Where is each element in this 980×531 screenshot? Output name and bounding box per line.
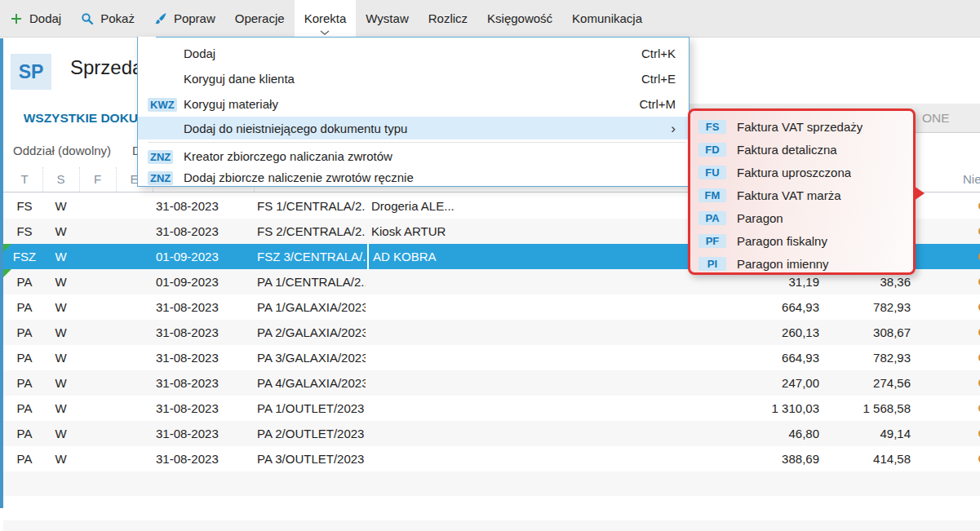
cell-numer: PA 3/GALAXIA/2023 xyxy=(257,345,366,370)
menu-item-label: Koryguj materiały xyxy=(184,97,639,111)
cell-brutto: 414,58 xyxy=(821,446,911,471)
cell-kontrahent: Drogeria ALE... xyxy=(367,193,641,219)
submenu-item-label: Paragon imienny xyxy=(737,257,829,271)
submenu-item-label: Paragon xyxy=(737,211,783,225)
table-row[interactable]: PAW31-08-2023PA 3/OUTLET/2023388,69414,5… xyxy=(3,446,980,471)
column-header-s[interactable]: S xyxy=(42,167,80,192)
cell-s: W xyxy=(42,219,79,244)
table-row[interactable]: PAW31-08-2023PA 2/GALAXIA/2023260,13308,… xyxy=(3,320,980,345)
document-type-badge: FD xyxy=(698,143,726,157)
document-type-badge: KWZ xyxy=(148,98,177,112)
table-row[interactable]: PAW31-08-2023PA 2/OUTLET/202346,8049,14 xyxy=(3,421,980,446)
cell-brutto: 274,56 xyxy=(821,370,911,396)
menu-item-shortcut: Ctrl+E xyxy=(641,72,676,86)
cell-t: FS xyxy=(7,193,42,219)
cell-brutto: 782,93 xyxy=(821,294,911,320)
cell-t: PA xyxy=(7,396,42,421)
document-type-badge: PA xyxy=(698,211,726,225)
submenu-item-paragon-fiskalny[interactable]: PFParagon fiskalny xyxy=(690,229,913,252)
menubar-item-operacje[interactable]: Operacje xyxy=(225,0,295,37)
empty-row-stripe xyxy=(3,471,980,496)
menu-item-gutter: KWZ xyxy=(148,97,184,111)
submenu-item-label: Faktura VAT sprzedaży xyxy=(737,120,862,134)
menu-item-dodaj[interactable]: DodajCtrl+K xyxy=(138,41,689,66)
filter-oddzial[interactable]: Oddział (dowolny) xyxy=(13,144,111,157)
menu-item-label: Koryguj dane klienta xyxy=(184,72,641,86)
column-header-t[interactable]: T xyxy=(7,167,43,192)
cell-s: W xyxy=(42,244,79,269)
submenu-item-faktura-detaliczna[interactable]: FDFaktura detaliczna xyxy=(690,138,913,161)
cell-numer: PA 1/CENTRALA/2... xyxy=(257,269,366,294)
empty-row-stripe xyxy=(3,520,980,531)
submenu-item-paragon-imienny[interactable]: PIParagon imienny xyxy=(690,252,913,275)
cell-netto: 388,69 xyxy=(697,446,819,471)
menubar-item-dodaj[interactable]: Dodaj xyxy=(0,0,71,37)
cell-netto: 664,93 xyxy=(697,294,819,320)
cell-brutto: 782,93 xyxy=(821,345,911,370)
cell-brutto: 308,67 xyxy=(821,320,911,345)
column-header-nie-partial[interactable]: Nie xyxy=(963,167,980,192)
cell-date: 31-08-2023 xyxy=(156,219,254,244)
app-window: DodajPokażPoprawOperacjeKorektaWystawRoz… xyxy=(0,0,980,531)
menubar-item-popraw[interactable]: Popraw xyxy=(144,0,225,37)
cell-netto: 664,93 xyxy=(697,345,819,370)
menu-item-koryguj-materia-y[interactable]: KWZKoryguj materiałyCtrl+M xyxy=(138,91,689,117)
cell-date: 31-08-2023 xyxy=(156,294,254,320)
search-icon xyxy=(81,12,94,25)
cell-numer: PA 3/OUTLET/2023 xyxy=(257,446,366,471)
cell-date: 31-08-2023 xyxy=(156,193,254,219)
menubar-item-rozlicz[interactable]: Rozlicz xyxy=(419,0,477,37)
module-badge: SP xyxy=(11,54,51,90)
menu-seam xyxy=(138,37,156,38)
table-row[interactable]: PAW31-08-2023PA 1/OUTLET/20231 310,031 5… xyxy=(3,396,980,421)
submenu-item-label: Faktura VAT marża xyxy=(737,188,841,202)
cell-kontrahent: AD KOBRA xyxy=(367,244,636,269)
cell-netto: 1 310,03 xyxy=(697,396,819,421)
cell-netto: 260,13 xyxy=(697,320,819,345)
menubar-item-wystaw[interactable]: Wystaw xyxy=(356,0,418,37)
submenu-item-label: Faktura uproszczona xyxy=(737,166,851,179)
menu-item-label: Dodaj zbiorcze naliczenie zwrotów ręczni… xyxy=(184,170,676,184)
submenu-item-paragon[interactable]: PAParagon xyxy=(690,206,913,229)
menubar-item-komunikacja[interactable]: Komunikacja xyxy=(562,0,652,37)
menubar-item-korekta[interactable]: Korekta xyxy=(295,0,357,37)
menubar-item-label: Operacje xyxy=(235,11,285,25)
cell-netto: 46,80 xyxy=(697,421,819,446)
submenu-item-faktura-vat-sprzeda-y[interactable]: FSFaktura VAT sprzedaży xyxy=(690,115,913,138)
menubar-item-ksi-gowo[interactable]: Księgowość xyxy=(477,0,562,37)
cell-numer: FSZ 3/CENTRALA/... xyxy=(257,244,366,269)
menu-item-gutter: ZNZ xyxy=(148,149,184,163)
chevron-down-icon xyxy=(320,30,330,35)
menubar-item-label: Wystaw xyxy=(366,11,408,25)
document-type-badge: ZNZ xyxy=(148,171,173,185)
submenu-item-faktura-vat-mar-a[interactable]: FMFaktura VAT marża xyxy=(690,184,913,206)
tab-fragment-right[interactable]: ONE xyxy=(922,104,950,132)
column-header-f[interactable]: F xyxy=(79,167,117,192)
cell-numer: PA 1/GALAXIA/2023 xyxy=(257,294,366,320)
cell-s: W xyxy=(42,320,79,345)
menu-item-koryguj-dane-klienta[interactable]: Koryguj dane klientaCtrl+E xyxy=(138,66,689,91)
menubar-item-label: Księgowość xyxy=(487,11,552,25)
cell-t: FSZ xyxy=(7,244,42,269)
plus-icon xyxy=(10,12,23,25)
menu-item-dodaj-do-nieistniej-cego-dokumentu-typu[interactable]: Dodaj do nieistniejącego dokumentu typu› xyxy=(138,117,689,139)
cell-date: 01-09-2023 xyxy=(156,244,254,269)
document-type-submenu: FSFaktura VAT sprzedażyFDFaktura detalic… xyxy=(688,108,916,275)
menu-item-kreator-zbiorczego-naliczania-zwrot-w[interactable]: ZNZKreator zbiorczego naliczania zwrotów xyxy=(138,145,689,166)
menubar-item-poka[interactable]: Pokaż xyxy=(71,0,144,37)
menu-separator xyxy=(148,142,685,143)
cell-s: W xyxy=(42,345,79,370)
submenu-item-faktura-uproszczona[interactable]: FUFaktura uproszczona xyxy=(690,161,913,184)
cell-numer: FS 2/CENTRALA/2... xyxy=(257,219,366,244)
cell-numer: FS 1/CENTRALA/2... xyxy=(257,193,366,219)
cell-s: W xyxy=(42,446,79,471)
table-row[interactable]: PAW31-08-2023PA 1/GALAXIA/2023664,93782,… xyxy=(3,294,980,320)
cell-kontrahent: Kiosk ARTUR xyxy=(367,219,641,244)
menu-item-dodaj-zbiorcze-naliczenie-zwrot-w-r-cznie[interactable]: ZNZDodaj zbiorcze naliczenie zwrotów ręc… xyxy=(138,166,689,188)
document-type-badge: PF xyxy=(698,234,726,248)
cell-numer: PA 1/OUTLET/2023 xyxy=(257,396,366,421)
table-row[interactable]: PAW31-08-2023PA 3/GALAXIA/2023664,93782,… xyxy=(3,345,980,370)
table-row[interactable]: PAW31-08-2023PA 4/GALAXIA/2023247,00274,… xyxy=(3,370,980,396)
cell-s: W xyxy=(42,421,79,446)
new-document-marker-icon xyxy=(3,269,11,277)
